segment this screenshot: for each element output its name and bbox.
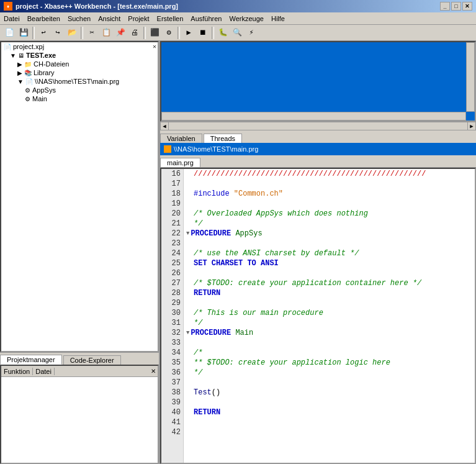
- code-line-34: /*: [186, 348, 472, 358]
- fl-col-datei: Datei: [33, 368, 55, 375]
- toolbar-new[interactable]: 📄: [2, 26, 16, 40]
- toolbar-debug2[interactable]: 🔍: [230, 26, 244, 40]
- menu-suchen[interactable]: Suchen: [64, 14, 94, 24]
- line-number-19: 19: [161, 199, 183, 209]
- collapse-btn-22[interactable]: ▼: [186, 229, 189, 239]
- menu-hilfe[interactable]: Hilfe: [267, 14, 289, 24]
- file-path-icon: [164, 145, 171, 153]
- line-number-31: 31: [161, 318, 183, 328]
- toolbar-sep4: [177, 27, 180, 39]
- toolbar-open[interactable]: 📂: [65, 26, 79, 40]
- hscroll-right[interactable]: ▶: [467, 122, 476, 130]
- menu-ausfuhren[interactable]: Ausführen: [187, 14, 225, 24]
- toolbar-paste[interactable]: 📌: [114, 26, 127, 40]
- code-text-21: */: [194, 219, 202, 229]
- tab-code-explorer[interactable]: Code-Explorer: [63, 355, 121, 365]
- code-line-17: [186, 179, 472, 189]
- code-line-37: [186, 378, 472, 388]
- close-button[interactable]: ✕: [462, 2, 472, 11]
- line-number-24: 24: [161, 248, 183, 258]
- tree-label-project: project.xpj: [13, 43, 44, 50]
- collapse-btn-32[interactable]: ▼: [186, 328, 189, 338]
- line-number-34: 34: [161, 348, 183, 358]
- menu-ansicht[interactable]: Ansicht: [94, 14, 124, 24]
- tree-item-appsys[interactable]: ⚙ AppSys: [1, 86, 158, 94]
- menu-bearbeiten[interactable]: Bearbeiten: [24, 14, 64, 24]
- mainprg-icon: 📄: [25, 78, 33, 85]
- tree-item-project[interactable]: 📄 project.xpj: [1, 42, 158, 51]
- toolbar-debug3[interactable]: ⚡: [245, 26, 258, 40]
- toolbar-redo[interactable]: ↪: [51, 26, 65, 40]
- line-number-36: 36: [161, 368, 183, 378]
- project-icon: 📄: [4, 43, 11, 50]
- menu-datei[interactable]: Datei: [0, 14, 24, 24]
- line-number-32: 32: [161, 328, 183, 338]
- tree-label-ch: CH-Dateien: [34, 60, 69, 68]
- menu-projekt[interactable]: Projekt: [124, 14, 153, 24]
- code-text-32: PROCEDURE Main: [191, 328, 253, 338]
- toolbar-cut[interactable]: ✂: [85, 26, 99, 40]
- toolbar-print[interactable]: 🖨: [128, 26, 141, 40]
- line-number-37: 37: [161, 378, 183, 388]
- code-line-33: [186, 338, 472, 348]
- tree-item-mainprg[interactable]: ▼ 📄 \\NAS\home\TEST\main.prg: [1, 77, 158, 86]
- fl-close-button[interactable]: ✕: [149, 368, 158, 375]
- toolbar-stop[interactable]: ⏹: [196, 26, 210, 40]
- toolbar-copy[interactable]: 📋: [99, 26, 113, 40]
- tree-item-main[interactable]: ⚙ Main: [1, 94, 158, 103]
- exe-icon: 🖥: [18, 52, 24, 59]
- line-number-23: 23: [161, 239, 183, 248]
- menu-bar: Datei Bearbeiten Suchen Ansicht Projekt …: [0, 12, 476, 25]
- hscroll-left[interactable]: ◀: [160, 122, 169, 130]
- code-line-16: ////////////////////////////////////////…: [186, 169, 472, 179]
- maximize-button[interactable]: □: [451, 2, 461, 11]
- toolbar-sep2: [81, 27, 83, 39]
- main-icon: ⚙: [25, 96, 30, 102]
- lib-expand-icon: ▶: [17, 70, 22, 76]
- hscroll-row: ◀ ▶: [160, 122, 476, 130]
- file-path-text: \\NAS\home\TEST\main.prg: [174, 145, 258, 153]
- toolbar-save[interactable]: 💾: [17, 26, 30, 40]
- code-line-20: /* Overloaded AppSys which does nothing: [186, 209, 472, 219]
- minimize-button[interactable]: _: [440, 2, 450, 11]
- tree-label-testexe: TEST.exe: [26, 52, 56, 59]
- debug-hscrollbar[interactable]: [161, 112, 466, 121]
- tree-label-mainprg: \\NAS\home\TEST\main.prg: [35, 78, 119, 85]
- toolbar-sep3: [143, 27, 146, 39]
- code-text-27: /* $TODO: create your application contai…: [194, 278, 421, 288]
- title-bar: ♦ project - Xbase++ Workbench - [test.ex…: [0, 0, 476, 12]
- tree-item-ch-dateien[interactable]: ▶ 📁 CH-Dateien: [1, 60, 158, 68]
- tree-label-appsys: AppSys: [32, 86, 56, 94]
- tab-threads[interactable]: Threads: [204, 134, 242, 143]
- tree-item-testexe[interactable]: ▼ 🖥 TEST.exe: [1, 51, 158, 60]
- tree-item-library[interactable]: ▶ 📚 Library: [1, 68, 158, 77]
- library-icon: 📚: [24, 70, 32, 76]
- code-text-22: PROCEDURE AppSys: [191, 229, 262, 239]
- tree-label-main: Main: [32, 95, 47, 102]
- toolbar-run[interactable]: ▶: [182, 26, 195, 40]
- pm-close-button[interactable]: ✕: [153, 43, 156, 50]
- code-line-36: */: [186, 368, 472, 378]
- line-number-22: 22: [161, 229, 183, 239]
- tab-projektmanager[interactable]: Projektmanager: [0, 355, 62, 365]
- line-number-20: 20: [161, 209, 183, 219]
- code-editor[interactable]: 1617181920212223242526272829303132333435…: [160, 168, 476, 464]
- hscroll-track[interactable]: [169, 122, 467, 130]
- code-file-tab-main[interactable]: main.prg: [160, 158, 200, 167]
- menu-werkzeuge[interactable]: Werkzeuge: [226, 14, 267, 24]
- line-number-21: 21: [161, 219, 183, 229]
- code-line-31: */: [186, 318, 472, 328]
- tab-variablen[interactable]: Variablen: [160, 134, 202, 143]
- code-text-35: ** $TODO: create your application logic …: [194, 358, 390, 368]
- toolbar-b5[interactable]: ⬛: [148, 26, 161, 40]
- ch-expand-icon: ▶: [17, 61, 22, 68]
- toolbar: 📄 💾 ↩ ↪ 📂 ✂ 📋 📌 🖨 ⬛ ⚙ ▶ ⏹ 🐛 🔍 ⚡: [0, 25, 476, 41]
- toolbar-debug[interactable]: 🐛: [216, 26, 230, 40]
- debug-vscrollbar[interactable]: [466, 42, 475, 112]
- toolbar-undo[interactable]: ↩: [37, 26, 50, 40]
- code-line-27: /* $TODO: create your application contai…: [186, 278, 472, 288]
- code-content[interactable]: ////////////////////////////////////////…: [184, 169, 475, 463]
- file-path-bar: \\NAS\home\TEST\main.prg: [160, 143, 476, 155]
- menu-erstellen[interactable]: Erstellen: [153, 14, 187, 24]
- toolbar-b6[interactable]: ⚙: [162, 26, 176, 40]
